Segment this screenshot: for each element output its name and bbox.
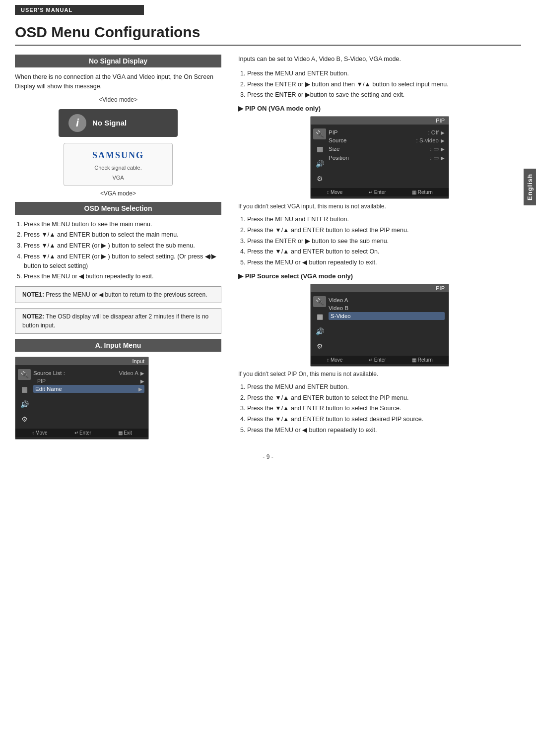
input-osd-footer: ↕ Move ↵ Enter ▦ Exit bbox=[15, 429, 148, 437]
no-signal-section-header: No Signal Display bbox=[15, 55, 221, 67]
menu-icon: ▦ bbox=[18, 384, 31, 395]
input-osd-screen: Input 🔌 ▦ 🔊 ⚙ Source List : Video A ▶ PI… bbox=[15, 357, 149, 440]
pip-settings-icon: ⚙ bbox=[313, 173, 326, 184]
input-icon: 🔌 bbox=[18, 369, 31, 380]
pip-on-step-5: Press the MENU or ◀ button repeatedly to… bbox=[247, 258, 521, 267]
pip-menu-icon: ▦ bbox=[313, 143, 326, 154]
left-column: No Signal Display When there is no conne… bbox=[15, 55, 233, 443]
pip-enter-control: ↵ Enter bbox=[369, 189, 386, 195]
move-icon: ↕ bbox=[32, 430, 34, 436]
settings-icon: ⚙ bbox=[18, 414, 31, 425]
samsung-vga-box: SAMSUNG Check signal cable. VGA bbox=[64, 143, 173, 186]
exit-control: ▦ Exit bbox=[118, 430, 132, 436]
input-osd-content: Source List : Video A ▶ PIP ▶ Edit Name … bbox=[33, 367, 148, 427]
pip-source-row: Source : S-video ▶ bbox=[329, 136, 445, 144]
pip-src-step-2: Press the ▼/▲ and ENTER button to select… bbox=[247, 393, 521, 403]
osd-step-2: Press ▼/▲ and ENTER button to select the… bbox=[24, 230, 221, 240]
pip-on-osd-icons: 🔌 ▦ 🔊 ⚙ bbox=[311, 126, 329, 186]
note2-box: NOTE2: The OSD display will be disapear … bbox=[15, 308, 221, 334]
osd-step-1: Press the MENU button to see the main me… bbox=[24, 220, 221, 229]
pip-source-title: PIP Source select (VGA mode only) bbox=[238, 272, 521, 280]
input-step-1: Press the MENU and ENTER button. bbox=[247, 69, 521, 78]
note2-label: NOTE2: bbox=[22, 313, 44, 320]
pip-pip-row: PIP : Off ▶ bbox=[329, 128, 445, 136]
enter-icon: ↵ bbox=[74, 430, 78, 436]
pip-on-step-4: Press the ▼/▲ and ENTER button to select… bbox=[247, 247, 521, 256]
source-list-row: Source List : Video A ▶ bbox=[33, 369, 144, 377]
pip-src-step-4: Press the ▼/▲ and ENTER button to select… bbox=[247, 415, 521, 424]
pip-row: PIP ▶ bbox=[33, 377, 144, 385]
vga-mode-label: <VGA mode> bbox=[15, 190, 221, 197]
pip-source-steps: Press the MENU and ENTER button. Press t… bbox=[238, 382, 521, 435]
input-intro-text: Inputs can be set to Video A, Video B, S… bbox=[238, 55, 521, 64]
video-a-row: Video A bbox=[329, 296, 445, 304]
note1-text: Press the MENU or ◀ button to return to … bbox=[46, 291, 207, 298]
pip-source-osd-content: Video A Video B S-Video bbox=[329, 294, 449, 354]
pip-src-move-control: ↕ Move bbox=[327, 357, 342, 363]
osd-step-4: Press ▼/▲ and ENTER (or ▶ ) button to se… bbox=[24, 252, 221, 271]
right-column: Inputs can be set to Video A, Video B, S… bbox=[233, 55, 521, 443]
pip-source-note: If you didn't select PIP On, this menu i… bbox=[238, 371, 521, 378]
no-signal-info-icon: i bbox=[68, 114, 86, 132]
pip-src-menu-icon: ▦ bbox=[313, 311, 326, 322]
svideo-row: S-Video bbox=[329, 312, 445, 320]
header-label: USER'S MANUAL bbox=[21, 7, 72, 13]
input-step-2: Press the ENTER or ▶ button and then ▼/▲… bbox=[247, 80, 521, 89]
note1-box: NOTE1: Press the MENU or ◀ button to ret… bbox=[15, 286, 221, 303]
input-menu-section-header: A. Input Menu bbox=[15, 339, 221, 352]
pip-on-note: If you didn't select VGA input, this men… bbox=[238, 203, 521, 210]
input-osd-title: Input bbox=[15, 357, 148, 365]
input-step-3: Press the ENTER or ▶button to save the s… bbox=[247, 90, 521, 100]
video-b-row: Video B bbox=[329, 304, 445, 312]
no-signal-display-box: i No Signal bbox=[59, 109, 178, 137]
pip-on-step-1: Press the MENU and ENTER button. bbox=[247, 215, 521, 224]
pip-on-title: PIP ON (VGA mode only) bbox=[238, 105, 521, 112]
pip-on-steps: Press the MENU and ENTER button. Press t… bbox=[238, 215, 521, 267]
pip-source-osd-screen: PIP 🔌 ▦ 🔊 ⚙ Video A Video B S-Vid bbox=[310, 284, 449, 367]
exit-icon: ▦ bbox=[118, 430, 123, 436]
osd-step-3: Press ▼/▲ and ENTER (or ▶ ) button to se… bbox=[24, 241, 221, 251]
edit-name-row: Edit Name ▶ bbox=[33, 385, 144, 393]
vga-label: VGA bbox=[74, 175, 162, 181]
pip-on-step-2: Press the ▼/▲ and ENTER button to select… bbox=[247, 226, 521, 235]
pip-on-osd-content: PIP : Off ▶ Source : S-video ▶ Size : ▭ … bbox=[329, 126, 449, 186]
pip-source-osd-title: PIP bbox=[311, 284, 449, 292]
osd-menu-steps: Press the MENU button to see the main me… bbox=[15, 220, 221, 282]
english-tab: English bbox=[524, 169, 536, 205]
pip-size-row: Size : ▭ ▶ bbox=[329, 144, 445, 153]
osd-step-5: Press the MENU or ◀ button repeatedly to… bbox=[24, 272, 221, 281]
pip-on-osd-title: PIP bbox=[311, 117, 449, 125]
no-signal-body: When there is no connection at the VGA a… bbox=[15, 72, 221, 91]
pip-source-osd-footer: ↕ Move ↵ Enter ▦ Return bbox=[311, 356, 449, 364]
pip-src-step-1: Press the MENU and ENTER button. bbox=[247, 382, 521, 392]
sound-icon: 🔊 bbox=[18, 399, 31, 410]
page-number: - 9 - bbox=[0, 453, 536, 460]
pip-src-step-3: Press the ▼/▲ and ENTER button to select… bbox=[247, 404, 521, 413]
note1-label: NOTE1: bbox=[22, 291, 44, 298]
pip-src-input-icon: 🔌 bbox=[313, 296, 326, 307]
pip-position-row: Position : ▭ ▶ bbox=[329, 153, 445, 162]
samsung-logo: SAMSUNG bbox=[74, 150, 162, 161]
enter-control: ↵ Enter bbox=[74, 430, 91, 436]
source-list-value: Video A bbox=[119, 370, 138, 376]
source-list-arrow: ▶ bbox=[140, 371, 144, 376]
pip-on-osd-footer: ↕ Move ↵ Enter ▦ Return bbox=[311, 188, 449, 196]
input-osd-icons: 🔌 ▦ 🔊 ⚙ bbox=[15, 367, 33, 427]
video-mode-label: <Video mode> bbox=[15, 96, 221, 103]
pip-move-control: ↕ Move bbox=[327, 189, 342, 195]
pip-src-enter-control: ↵ Enter bbox=[369, 357, 386, 363]
pip-sound-icon: 🔊 bbox=[313, 158, 326, 169]
pip-input-icon: 🔌 bbox=[313, 128, 326, 139]
pip-source-osd-icons: 🔌 ▦ 🔊 ⚙ bbox=[311, 294, 329, 354]
source-list-label: Source List : bbox=[33, 370, 119, 376]
osd-menu-section-header: OSD Menu Selection bbox=[15, 202, 221, 215]
pip-src-sound-icon: 🔊 bbox=[313, 326, 326, 337]
no-signal-text: No Signal bbox=[92, 119, 127, 127]
pip-return-control: ▦ Return bbox=[412, 189, 433, 195]
move-control: ↕ Move bbox=[32, 430, 47, 436]
note2-text: The OSD display will be disapear after 2… bbox=[22, 313, 208, 329]
input-steps: Press the MENU and ENTER button. Press t… bbox=[238, 69, 521, 100]
page-title: OSD Menu Configurations bbox=[15, 24, 521, 46]
header-bar: USER'S MANUAL bbox=[15, 5, 144, 15]
pip-src-step-5: Press the MENU or ◀ button repeatedly to… bbox=[247, 426, 521, 435]
